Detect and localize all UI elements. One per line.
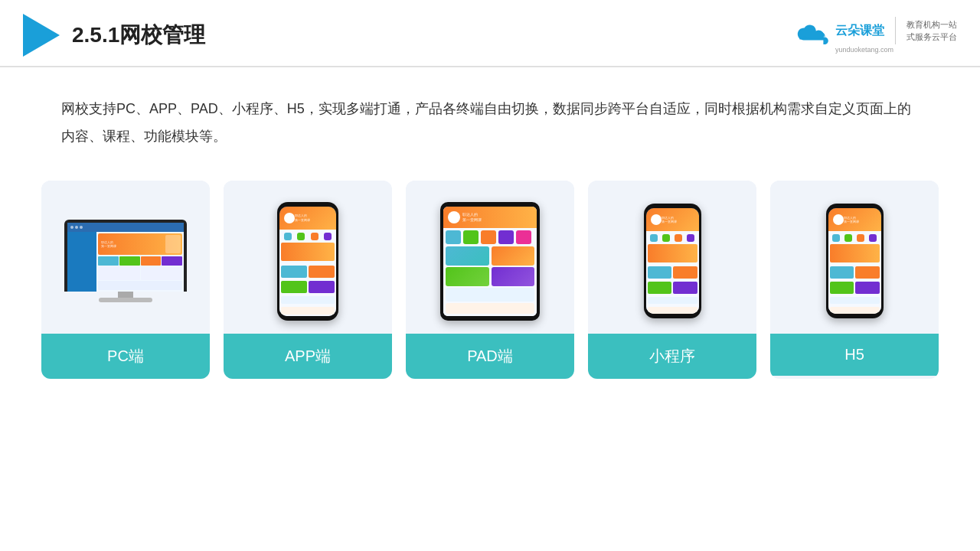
app-phone-mockup: 职达人的第一堂网课: [277, 202, 338, 321]
pc-dot-3: [80, 226, 83, 229]
miniprogram-phone-mockup: 职达人的第一堂网课: [644, 204, 701, 318]
card-app: 职达人的第一堂网课: [224, 181, 392, 379]
pc-main: 职达人的第一堂网课: [96, 232, 184, 292]
pc-stand-base: [99, 298, 152, 302]
card-miniprogram: 职达人的第一堂网课: [588, 181, 756, 379]
pad-top-bar: 职达人的第一堂网课: [443, 207, 537, 228]
pad-strip-2: [446, 303, 534, 314]
card-h5-image: 职达人的第一堂网课: [770, 181, 939, 334]
pad-course-4: [492, 267, 535, 286]
mp-nav-4: [687, 234, 694, 242]
card-pc-label: PC端: [41, 334, 210, 379]
card-app-image: 职达人的第一堂网课: [224, 181, 392, 334]
pc-banner: 职达人的第一堂网课: [98, 233, 182, 255]
cards-container: 职达人的第一堂网课: [0, 165, 980, 402]
pc-device-mockup: 职达人的第一堂网课: [64, 220, 187, 302]
cloud-icon: [794, 23, 831, 47]
brand-divider: [895, 17, 896, 44]
h5-nav-2: [844, 234, 852, 242]
pad-icon-5: [516, 230, 531, 244]
h5-avatar: [833, 214, 844, 225]
pad-course-row-2: [446, 267, 534, 286]
pc-banner-img: [165, 235, 181, 253]
app-course-row-2: [281, 281, 335, 293]
miniprogram-top-bar: 职达人的第一堂网课: [646, 208, 699, 231]
pc-dot-1: [70, 226, 74, 229]
mp-banner: [648, 244, 697, 262]
header-left: 2.5.1网校管理: [23, 14, 205, 57]
pad-courses: [446, 246, 534, 314]
mp-tile-1: [648, 266, 672, 279]
logo-triangle-icon: [23, 14, 60, 57]
h5-row-1: [830, 266, 880, 279]
brand-url: yunduoketang.com: [835, 46, 893, 54]
mp-tile-2: [673, 266, 697, 279]
brand-name-cn: 云朵课堂: [835, 23, 884, 37]
app-tile-4: [309, 281, 335, 293]
miniprogram-top-text: 职达人的第一堂网课: [662, 216, 677, 223]
pc-stand-neck: [118, 292, 133, 298]
pad-content: [443, 228, 537, 316]
pc-banner-text: 职达人的第一堂网课: [101, 240, 116, 248]
h5-tile-3: [830, 282, 854, 294]
pad-tablet-screen: 职达人的第一堂网课: [443, 207, 537, 316]
miniprogram-screen: 职达人的第一堂网课: [646, 208, 699, 314]
pad-top-text: 职达人的第一堂网课: [462, 212, 482, 222]
app-course-row-1: [281, 266, 335, 278]
h5-row-2: [830, 282, 880, 294]
h5-strip-2: [830, 307, 880, 314]
pad-icon-1: [446, 230, 461, 244]
app-phone-topbar: 职达人的第一堂网课: [279, 207, 336, 230]
app-tile-3: [281, 281, 307, 293]
app-nav-3: [311, 233, 318, 240]
pad-icons-row: [446, 230, 534, 244]
app-top-text: 职达人的第一堂网课: [295, 214, 310, 221]
app-phone-body: 职达人的第一堂网课: [277, 202, 338, 321]
pad-icon-3: [481, 230, 496, 244]
h5-banner: [830, 244, 880, 262]
header: 2.5.1网校管理 云朵课堂 教育机构一站 式服务云平台 yunduoketan…: [0, 0, 980, 67]
card-pc: 职达人的第一堂网课: [41, 181, 210, 379]
pc-mini-card-4: [162, 256, 182, 266]
pad-strip: [446, 288, 534, 302]
app-strip: [281, 296, 335, 304]
pc-screen-content: 职达人的第一堂网课: [67, 223, 184, 292]
miniprogram-notch: [665, 204, 680, 207]
pad-icon-2: [463, 230, 479, 244]
pad-tablet-mockup: 职达人的第一堂网课: [440, 202, 540, 321]
pad-course-3: [446, 267, 489, 286]
card-miniprogram-label: 小程序: [588, 334, 756, 379]
brand-tagline: 教育机构一站 式服务云平台: [906, 18, 957, 44]
app-nav-1: [284, 233, 292, 240]
pad-course-row-1: [446, 246, 534, 266]
card-h5-label: H5: [770, 334, 939, 376]
pad-avatar: [448, 211, 460, 223]
h5-tile-2: [855, 266, 880, 279]
pc-top-bar: [67, 223, 184, 232]
app-tile-1: [281, 266, 307, 278]
cloud-logo: 云朵课堂 教育机构一站 式服务云平台 yunduoketang.com: [794, 17, 957, 54]
app-phone-screen: 职达人的第一堂网课: [279, 207, 336, 316]
h5-top-bar: 职达人的第一堂网课: [828, 208, 881, 231]
app-avatar: [284, 213, 295, 223]
h5-nav-4: [869, 234, 877, 242]
mp-strip: [648, 297, 697, 304]
page-title: 2.5.1网校管理: [72, 21, 205, 50]
miniprogram-avatar: [651, 214, 662, 225]
mp-nav-3: [675, 234, 682, 242]
h5-tile-1: [830, 266, 854, 279]
pc-mini-card-3: [141, 256, 162, 266]
app-banner: [281, 243, 335, 261]
header-right: 云朵课堂 教育机构一站 式服务云平台 yunduoketang.com: [794, 17, 957, 54]
h5-nav-3: [857, 234, 864, 242]
mp-strip-2: [648, 307, 697, 314]
h5-nav-1: [832, 234, 840, 242]
card-pad-image: 职达人的第一堂网课: [406, 181, 574, 334]
card-pad-label: PAD端: [406, 334, 574, 379]
pc-cards-row: [98, 256, 182, 266]
card-miniprogram-image: 职达人的第一堂网课: [588, 181, 756, 334]
pc-screen-outer: 职达人的第一堂网课: [64, 220, 187, 292]
pc-mini-card-2: [119, 256, 140, 266]
mp-row-1: [648, 266, 697, 279]
pad-course-2: [492, 246, 535, 266]
